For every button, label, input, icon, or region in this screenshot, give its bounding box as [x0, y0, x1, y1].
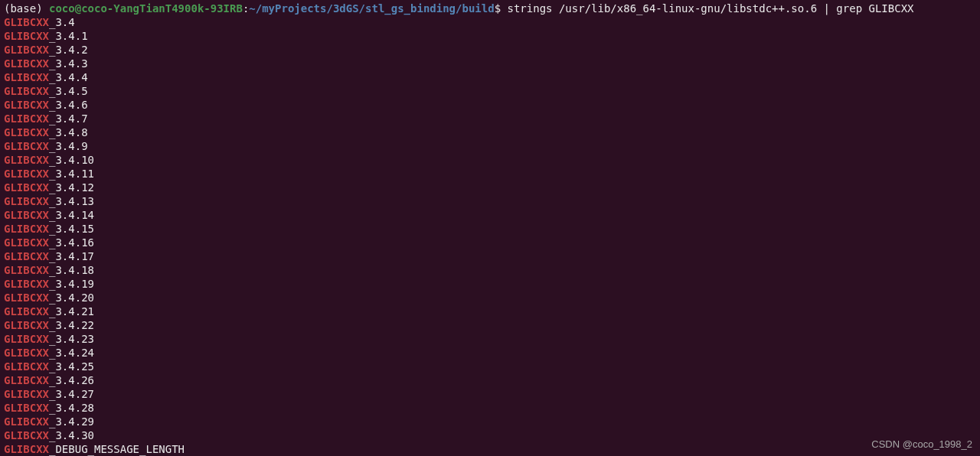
- grep-match: GLIBCXX: [4, 292, 49, 304]
- grep-match: GLIBCXX: [4, 223, 49, 235]
- output-text: _3.4.21: [49, 305, 94, 318]
- grep-match: GLIBCXX: [4, 168, 49, 180]
- output-line: GLIBCXX_3.4.2: [4, 43, 980, 57]
- output-text: _3.4.27: [49, 388, 94, 400]
- output-text: _3.4.24: [49, 347, 94, 359]
- grep-match: GLIBCXX: [4, 57, 49, 70]
- output-text: _DEBUG_MESSAGE_LENGTH: [49, 443, 185, 455]
- output-text: _3.4.6: [49, 99, 88, 111]
- output-text: _3.4.29: [49, 415, 94, 428]
- output-line: GLIBCXX_3.4.18: [4, 263, 980, 277]
- output-text: _3.4.7: [49, 112, 88, 125]
- output-text: _3.4.3: [49, 57, 88, 70]
- grep-match: GLIBCXX: [4, 429, 49, 441]
- output-line: GLIBCXX_3.4.16: [4, 236, 980, 249]
- grep-match: GLIBCXX: [4, 305, 49, 318]
- grep-match: GLIBCXX: [4, 236, 49, 249]
- output-text: _3.4.4: [49, 71, 88, 83]
- output-line: GLIBCXX_3.4: [4, 15, 980, 29]
- grep-match: GLIBCXX: [4, 402, 49, 414]
- user-host: coco@coco-YangTianT4900k-93IRB: [49, 2, 243, 15]
- output-line: GLIBCXX_3.4.9: [4, 139, 980, 153]
- grep-match: GLIBCXX: [4, 209, 49, 221]
- current-path: ~/myProjects/3dGS/stl_gs_binding/build: [249, 2, 494, 15]
- output-line: GLIBCXX_3.4.23: [4, 332, 980, 346]
- output-line: GLIBCXX_DEBUG_MESSAGE_LENGTH: [4, 442, 980, 456]
- output-text: _3.4.5: [49, 85, 88, 97]
- output-line: GLIBCXX_3.4.22: [4, 318, 980, 332]
- output-text: _3.4.28: [49, 402, 94, 414]
- terminal-window[interactable]: (base) coco@coco-YangTianT4900k-93IRB:~/…: [4, 2, 980, 456]
- output-text: _3.4.13: [49, 195, 94, 207]
- output-line: GLIBCXX_3.4.14: [4, 208, 980, 222]
- output-line: GLIBCXX_3.4.10: [4, 153, 980, 167]
- output-line: GLIBCXX_3.4.1: [4, 29, 980, 43]
- grep-match: GLIBCXX: [4, 85, 49, 97]
- output-text: _3.4.8: [49, 126, 88, 138]
- grep-match: GLIBCXX: [4, 388, 49, 400]
- grep-match: GLIBCXX: [4, 319, 49, 331]
- terminal-output: GLIBCXX_3.4GLIBCXX_3.4.1GLIBCXX_3.4.2GLI…: [4, 15, 980, 456]
- output-line: GLIBCXX_3.4.6: [4, 98, 980, 112]
- output-line: GLIBCXX_3.4.13: [4, 194, 980, 208]
- grep-match: GLIBCXX: [4, 154, 49, 166]
- output-text: _3.4: [49, 16, 75, 28]
- grep-match: GLIBCXX: [4, 374, 49, 386]
- output-text: _3.4.14: [49, 209, 94, 221]
- output-text: _3.4.25: [49, 360, 94, 373]
- grep-match: GLIBCXX: [4, 443, 49, 455]
- grep-match: GLIBCXX: [4, 71, 49, 83]
- output-text: _3.4.20: [49, 292, 94, 304]
- grep-match: GLIBCXX: [4, 44, 49, 56]
- output-line: GLIBCXX_3.4.3: [4, 57, 980, 70]
- output-text: _3.4.9: [49, 140, 88, 152]
- grep-match: GLIBCXX: [4, 195, 49, 207]
- output-line: GLIBCXX_3.4.5: [4, 84, 980, 98]
- output-text: _3.4.12: [49, 181, 94, 194]
- output-line: GLIBCXX_3.4.25: [4, 360, 980, 373]
- grep-match: GLIBCXX: [4, 16, 49, 28]
- output-line: GLIBCXX_3.4.12: [4, 181, 980, 194]
- command-text: strings /usr/lib/x86_64-linux-gnu/libstd…: [507, 2, 913, 15]
- grep-match: GLIBCXX: [4, 126, 49, 138]
- output-line: GLIBCXX_3.4.29: [4, 415, 980, 428]
- output-text: _3.4.26: [49, 374, 94, 386]
- output-text: _3.4.19: [49, 278, 94, 290]
- grep-match: GLIBCXX: [4, 360, 49, 373]
- output-line: GLIBCXX_3.4.11: [4, 167, 980, 181]
- output-text: _3.4.10: [49, 154, 94, 166]
- output-line: GLIBCXX_3.4.27: [4, 387, 980, 401]
- output-text: _3.4.16: [49, 236, 94, 249]
- output-text: _3.4.30: [49, 429, 94, 441]
- grep-match: GLIBCXX: [4, 112, 49, 125]
- grep-match: GLIBCXX: [4, 415, 49, 428]
- output-line: GLIBCXX_3.4.17: [4, 249, 980, 263]
- output-text: _3.4.15: [49, 223, 94, 235]
- output-text: _3.4.2: [49, 44, 88, 56]
- grep-match: GLIBCXX: [4, 278, 49, 290]
- output-line: GLIBCXX_3.4.7: [4, 112, 980, 125]
- output-text: _3.4.11: [49, 168, 94, 180]
- grep-match: GLIBCXX: [4, 140, 49, 152]
- output-line: GLIBCXX_3.4.15: [4, 222, 980, 236]
- grep-match: GLIBCXX: [4, 347, 49, 359]
- grep-match: GLIBCXX: [4, 30, 49, 42]
- output-line: GLIBCXX_3.4.4: [4, 70, 980, 84]
- grep-match: GLIBCXX: [4, 250, 49, 262]
- prompt-line: (base) coco@coco-YangTianT4900k-93IRB:~/…: [4, 2, 980, 15]
- watermark: CSDN @coco_1998_2: [871, 438, 972, 451]
- grep-match: GLIBCXX: [4, 181, 49, 194]
- output-line: GLIBCXX_3.4.30: [4, 428, 980, 442]
- output-line: GLIBCXX_3.4.21: [4, 305, 980, 318]
- prompt-dollar: $: [495, 2, 508, 15]
- output-text: _3.4.23: [49, 333, 94, 345]
- grep-match: GLIBCXX: [4, 264, 49, 276]
- conda-env-prefix: (base): [4, 2, 49, 15]
- output-text: _3.4.1: [49, 30, 88, 42]
- output-line: GLIBCXX_3.4.24: [4, 346, 980, 360]
- output-line: GLIBCXX_3.4.8: [4, 125, 980, 139]
- output-line: GLIBCXX_3.4.28: [4, 401, 980, 415]
- output-line: GLIBCXX_3.4.19: [4, 277, 980, 291]
- output-line: GLIBCXX_3.4.20: [4, 291, 980, 305]
- output-text: _3.4.18: [49, 264, 94, 276]
